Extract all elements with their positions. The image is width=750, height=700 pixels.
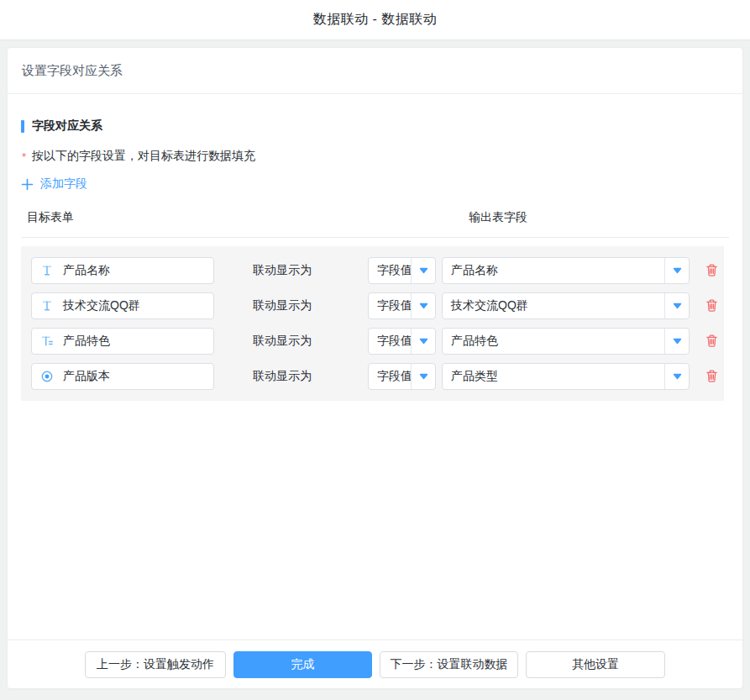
trash-icon <box>705 369 719 384</box>
column-headers: 目标表单 输出表字段 <box>21 210 729 226</box>
target-field-input[interactable]: 产品名称 <box>31 257 214 284</box>
panel-body: 字段对应关系 * 按以下的字段设置，对目标表进行数据填充 添加字段 目标表单 输… <box>8 94 742 639</box>
output-field-value: 产品特色 <box>443 329 664 354</box>
section-accent-bar <box>21 120 24 133</box>
chevron-down-icon <box>411 364 435 389</box>
field-type-icon-slot <box>40 370 54 383</box>
delete-row-button[interactable] <box>702 261 721 280</box>
delete-row-button[interactable] <box>702 297 721 315</box>
trash-icon <box>705 334 719 349</box>
other-settings-button[interactable]: 其他设置 <box>526 651 665 678</box>
output-field-select[interactable]: 产品名称 <box>442 257 690 284</box>
header-divider <box>21 237 729 238</box>
delete-row-button[interactable] <box>702 332 721 350</box>
panel-header: 设置字段对应关系 <box>8 48 742 94</box>
display-mode-value: 字段值 <box>369 293 411 318</box>
field-type-icon-slot <box>40 264 54 277</box>
textarea-icon <box>40 334 54 348</box>
text-input-icon <box>40 299 54 313</box>
target-field-value: 技术交流QQ群 <box>63 298 140 313</box>
page-title: 数据联动 - 数据联动 <box>313 11 438 29</box>
link-display-label: 联动显示为 <box>253 298 312 313</box>
section-title: 字段对应关系 <box>21 118 729 134</box>
next-step-button[interactable]: 下一步：设置联动数据 <box>380 651 518 678</box>
add-field-label: 添加字段 <box>40 176 87 192</box>
target-field-value: 产品名称 <box>63 263 110 278</box>
display-mode-select[interactable]: 字段值 <box>368 292 436 319</box>
target-field-input[interactable]: 产品特色 <box>31 328 214 355</box>
output-field-value: 产品类型 <box>443 364 664 389</box>
display-mode-value: 字段值 <box>369 329 411 354</box>
display-mode-value: 字段值 <box>369 258 411 283</box>
chevron-down-icon <box>664 364 689 389</box>
chevron-down-icon <box>411 258 435 283</box>
column-header-output-field: 输出表字段 <box>469 210 527 225</box>
chevron-down-icon <box>664 258 689 283</box>
display-mode-select[interactable]: 字段值 <box>368 257 436 284</box>
delete-row-button[interactable] <box>702 367 721 386</box>
required-note: * 按以下的字段设置，对目标表进行数据填充 <box>21 149 729 164</box>
section-title-label: 字段对应关系 <box>32 118 102 134</box>
plus-icon <box>21 178 34 191</box>
display-mode-value: 字段值 <box>369 364 411 389</box>
required-note-text: 按以下的字段设置，对目标表进行数据填充 <box>32 149 255 164</box>
text-input-icon <box>40 264 54 277</box>
chevron-down-icon <box>664 329 689 354</box>
target-field-input[interactable]: 产品版本 <box>31 363 214 390</box>
link-display-label: 联动显示为 <box>253 369 312 384</box>
target-field-input[interactable]: 技术交流QQ群 <box>31 292 214 319</box>
output-field-value: 产品名称 <box>443 258 664 283</box>
field-mapping-row: 产品特色 联动显示为 字段值 产品特色 <box>31 328 724 355</box>
field-type-icon-slot <box>40 334 54 348</box>
output-field-select[interactable]: 技术交流QQ群 <box>442 292 690 319</box>
radio-icon <box>40 370 54 383</box>
target-field-value: 产品特色 <box>63 334 110 349</box>
field-mapping-row: 产品版本 联动显示为 字段值 产品类型 <box>31 363 724 390</box>
window-title-bar: 数据联动 - 数据联动 <box>0 0 750 40</box>
footer-action-bar: 上一步：设置触发动作 完成 下一步：设置联动数据 其他设置 <box>8 639 742 688</box>
field-type-icon-slot <box>40 299 54 313</box>
output-field-value: 技术交流QQ群 <box>443 293 664 318</box>
chevron-down-icon <box>411 329 435 354</box>
output-field-select[interactable]: 产品类型 <box>442 363 690 390</box>
prev-step-button[interactable]: 上一步：设置触发动作 <box>85 651 226 678</box>
chevron-down-icon <box>411 293 435 318</box>
field-mapping-row: 技术交流QQ群 联动显示为 字段值 技术交流QQ群 <box>31 292 724 319</box>
display-mode-select[interactable]: 字段值 <box>368 328 436 355</box>
field-mapping-list: 产品名称 联动显示为 字段值 产品名称 <box>21 246 724 401</box>
target-field-value: 产品版本 <box>63 369 110 384</box>
column-header-target-form: 目标表单 <box>27 210 74 225</box>
trash-icon <box>705 263 719 278</box>
add-field-button[interactable]: 添加字段 <box>21 176 87 192</box>
output-field-select[interactable]: 产品特色 <box>442 328 690 355</box>
chevron-down-icon <box>664 293 689 318</box>
required-asterisk: * <box>22 150 26 163</box>
field-mapping-row: 产品名称 联动显示为 字段值 产品名称 <box>31 257 724 284</box>
link-display-label: 联动显示为 <box>253 263 312 278</box>
trash-icon <box>705 298 719 313</box>
field-mapping-panel: 设置字段对应关系 字段对应关系 * 按以下的字段设置，对目标表进行数据填充 添加… <box>7 47 743 689</box>
panel-header-title: 设置字段对应关系 <box>22 63 123 79</box>
finish-button[interactable]: 完成 <box>233 651 372 678</box>
display-mode-select[interactable]: 字段值 <box>368 363 436 390</box>
link-display-label: 联动显示为 <box>253 334 312 349</box>
